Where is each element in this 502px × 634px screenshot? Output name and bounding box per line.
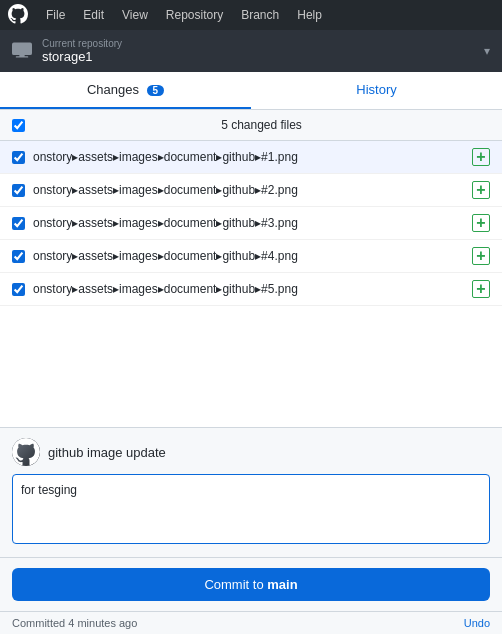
file-list: onstory▸assets▸images▸document▸github▸#1… [0,141,502,427]
file-checkbox-2[interactable] [12,184,25,197]
monitor-icon [12,40,32,63]
commit-title-input[interactable] [48,445,490,460]
commit-area: for tesging [0,427,502,557]
file-added-icon-3: + [472,214,490,232]
file-added-icon-2: + [472,181,490,199]
file-path-3: onstory▸assets▸images▸document▸github▸#3… [33,216,472,230]
file-checkbox-1[interactable] [12,151,25,164]
commit-description-input[interactable]: for tesging [12,474,490,544]
file-item[interactable]: onstory▸assets▸images▸document▸github▸#2… [0,174,502,207]
menu-help[interactable]: Help [289,4,330,26]
file-item[interactable]: onstory▸assets▸images▸document▸github▸#5… [0,273,502,306]
changed-files-header: 5 changed files [0,110,502,141]
repo-info: Current repository storage1 [42,38,484,64]
menu-items: File Edit View Repository Branch Help [38,4,330,26]
menu-branch[interactable]: Branch [233,4,287,26]
footer: Committed 4 minutes ago Undo [0,611,502,634]
select-all-checkbox[interactable] [12,119,25,132]
avatar [12,438,40,466]
chevron-down-icon: ▾ [484,44,490,58]
commit-branch: main [267,577,297,592]
commit-author-row [12,438,490,466]
tab-history[interactable]: History [251,72,502,109]
file-checkbox-5[interactable] [12,283,25,296]
last-commit-text: Committed 4 minutes ago [12,617,137,629]
changed-files-count: 5 changed files [33,118,490,132]
file-checkbox-3[interactable] [12,217,25,230]
tab-changes[interactable]: Changes 5 [0,72,251,109]
avatar-image [12,438,40,466]
file-path-4: onstory▸assets▸images▸document▸github▸#4… [33,249,472,263]
file-item[interactable]: onstory▸assets▸images▸document▸github▸#3… [0,207,502,240]
tabs: Changes 5 History [0,72,502,110]
file-path-5: onstory▸assets▸images▸document▸github▸#5… [33,282,472,296]
file-path-2: onstory▸assets▸images▸document▸github▸#2… [33,183,472,197]
undo-button[interactable]: Undo [464,617,490,629]
menu-file[interactable]: File [38,4,73,26]
changes-badge: 5 [147,85,165,96]
tab-changes-label: Changes [87,82,139,97]
repo-label: Current repository [42,38,484,49]
menu-view[interactable]: View [114,4,156,26]
commit-button[interactable]: Commit to main [12,568,490,601]
file-added-icon-5: + [472,280,490,298]
file-path-1: onstory▸assets▸images▸document▸github▸#1… [33,150,472,164]
file-checkbox-4[interactable] [12,250,25,263]
menubar: File Edit View Repository Branch Help [0,0,502,30]
github-logo [8,4,28,27]
menu-edit[interactable]: Edit [75,4,112,26]
file-item[interactable]: onstory▸assets▸images▸document▸github▸#1… [0,141,502,174]
repo-header[interactable]: Current repository storage1 ▾ [0,30,502,72]
file-item[interactable]: onstory▸assets▸images▸document▸github▸#4… [0,240,502,273]
menu-repository[interactable]: Repository [158,4,231,26]
file-added-icon-1: + [472,148,490,166]
file-added-icon-4: + [472,247,490,265]
commit-button-row: Commit to main [0,557,502,611]
tab-history-label: History [356,82,396,97]
repo-name: storage1 [42,49,484,64]
